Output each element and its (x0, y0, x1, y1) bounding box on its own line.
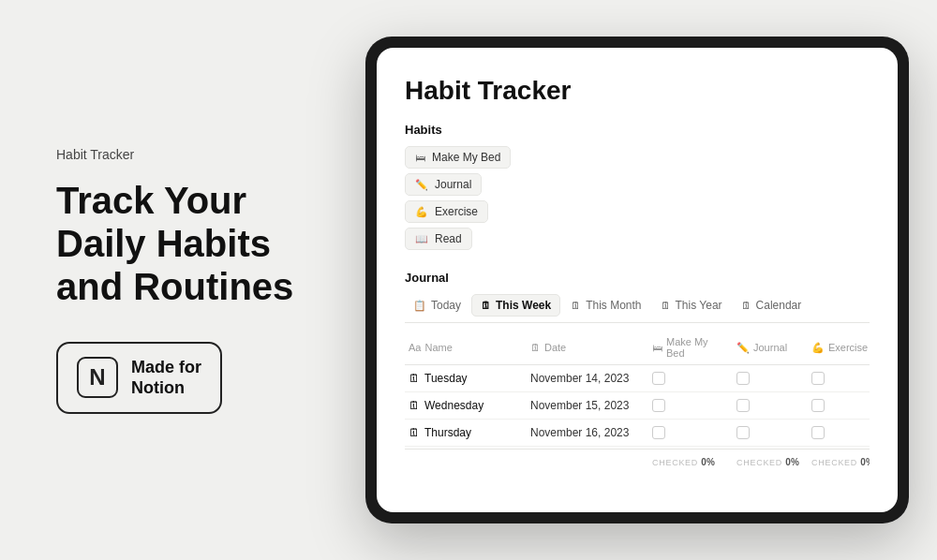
habit-icon-journal: ✏️ (415, 179, 428, 191)
row3-exercise[interactable] (808, 424, 870, 441)
row1-name: 🗓 Tuesday (405, 370, 527, 387)
tabs-row: 📋 Today 🗓 This Week 🗓 This Month 🗓 (405, 294, 870, 323)
checkbox-row1-bed[interactable] (652, 372, 665, 385)
notion-content: Habit Tracker Habits 🛏 Make My Bed ✏️ Jo… (377, 48, 898, 512)
checkbox-row3-journal[interactable] (736, 426, 750, 439)
footer-bed-pct: CHECKED 0% (648, 455, 733, 469)
app-subtitle: Habit Tracker (56, 147, 300, 162)
habit-tag-exercise[interactable]: 💪 Exercise (405, 200, 488, 223)
checkbox-row2-journal[interactable] (736, 399, 750, 412)
tab-calendar[interactable]: 🗓 Calendar (733, 295, 811, 316)
row2-journal[interactable] (733, 397, 808, 414)
row2-name: 🗓 Wednesday (405, 397, 527, 414)
col-makebed: 🛏 Make My Bed (648, 334, 733, 361)
habits-list: 🛏 Make My Bed ✏️ Journal 💪 Exercise 📖 Re… (405, 146, 870, 250)
col-journal: ✏️ Journal (733, 334, 808, 361)
habit-tag-journal[interactable]: ✏️ Journal (405, 173, 482, 196)
row3-name: 🗓 Thursday (405, 424, 527, 441)
col-date: 🗓 Date (527, 334, 648, 361)
table-header: Aa Name 🗓 Date 🛏 Make My Bed ✏️ Journal … (405, 331, 870, 365)
table-container: Aa Name 🗓 Date 🛏 Make My Bed ✏️ Journal … (405, 331, 870, 475)
page-title: Habit Tracker (405, 76, 870, 106)
tab-today-icon: 📋 (413, 300, 426, 312)
row2-exercise[interactable] (808, 397, 870, 414)
tab-this-month-icon: 🗓 (571, 300, 581, 311)
footer-empty1 (405, 455, 527, 469)
habit-label-exercise: Exercise (435, 205, 478, 218)
table-row: 🗓 Thursday November 16, 2023 (405, 420, 870, 447)
row3-date: November 16, 2023 (527, 424, 648, 441)
habit-label-read: Read (435, 232, 462, 245)
tab-this-week-label: This Week (496, 299, 551, 312)
tablet-outer: Habit Tracker Habits 🛏 Make My Bed ✏️ Jo… (365, 37, 909, 523)
right-panel: Habit Tracker Habits 🛏 Make My Bed ✏️ Jo… (356, 0, 937, 560)
tablet-screen: Habit Tracker Habits 🛏 Make My Bed ✏️ Jo… (377, 48, 898, 512)
table-row: 🗓 Wednesday November 15, 2023 (405, 392, 870, 420)
row3-makebed[interactable] (648, 424, 733, 441)
footer-empty2 (527, 455, 648, 469)
tab-this-month[interactable]: 🗓 This Month (562, 295, 649, 316)
hero-title: Track Your Daily Habits and Routines (56, 179, 300, 308)
col-exercise: 💪 Exercise (808, 334, 870, 361)
checkbox-row1-journal[interactable] (736, 372, 750, 385)
tab-this-year-label: This Year (676, 299, 722, 312)
habit-icon-bed: 🛏 (415, 152, 425, 163)
notion-badge: N Made for Notion (56, 342, 222, 414)
tab-calendar-icon: 🗓 (741, 300, 751, 311)
habit-tag-read[interactable]: 📖 Read (405, 228, 472, 250)
habit-icon-exercise: 💪 (415, 206, 428, 218)
habit-icon-read: 📖 (415, 233, 428, 245)
tab-this-year-icon: 🗓 (661, 300, 671, 311)
row1-journal[interactable] (733, 370, 808, 387)
footer-exercise-pct: CHECKED 0% (808, 455, 870, 469)
table-row: 🗓 Tuesday November 14, 2023 (405, 365, 870, 392)
habits-section-label: Habits (405, 123, 870, 137)
notion-badge-text: Made for Notion (131, 357, 201, 399)
habit-tag-bed[interactable]: 🛏 Make My Bed (405, 146, 511, 169)
row2-makebed[interactable] (648, 397, 733, 414)
tab-today[interactable]: 📋 Today (405, 295, 469, 316)
row1-date: November 14, 2023 (527, 370, 648, 387)
tab-this-year[interactable]: 🗓 This Year (652, 295, 731, 316)
habit-label-bed: Make My Bed (432, 151, 500, 164)
checkbox-row3-exercise[interactable] (811, 426, 825, 439)
tab-this-month-label: This Month (586, 299, 641, 312)
checkbox-row3-bed[interactable] (652, 426, 665, 439)
journal-section-label: Journal (405, 271, 870, 285)
col-name: Aa Name (405, 334, 527, 361)
tab-this-week[interactable]: 🗓 This Week (471, 294, 560, 317)
tab-this-week-icon: 🗓 (481, 300, 491, 311)
habit-label-journal: Journal (435, 178, 471, 191)
checkbox-row1-exercise[interactable] (811, 372, 825, 385)
row3-journal[interactable] (733, 424, 808, 441)
checkbox-row2-exercise[interactable] (811, 399, 825, 412)
row2-date: November 15, 2023 (527, 397, 648, 414)
journal-section: Journal 📋 Today 🗓 This Week 🗓 (405, 271, 870, 475)
checkbox-row2-bed[interactable] (652, 399, 665, 412)
left-panel: Habit Tracker Track Your Daily Habits an… (0, 0, 356, 560)
footer-row: CHECKED 0% CHECKED 0% CHECKED 0% (405, 449, 870, 475)
tab-today-label: Today (431, 299, 461, 312)
footer-journal-pct: CHECKED 0% (733, 455, 808, 469)
row1-makebed[interactable] (648, 370, 733, 387)
tab-calendar-label: Calendar (756, 299, 802, 312)
row1-exercise[interactable] (808, 370, 870, 387)
notion-icon: N (77, 357, 118, 398)
